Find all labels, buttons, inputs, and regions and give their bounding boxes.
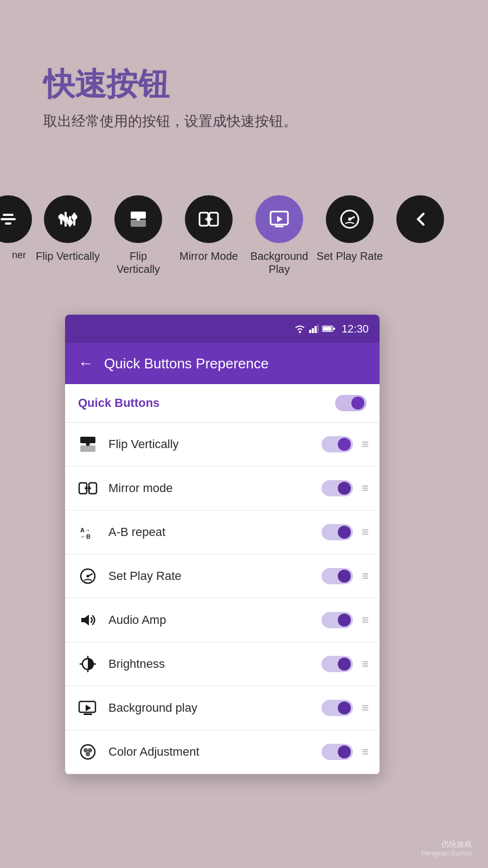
toggle-thumb-ab [338, 526, 351, 539]
brightness-label: Brightness [108, 657, 313, 671]
icon-item-partial[interactable]: ner [5, 195, 33, 261]
ab-repeat-controls: ≡ [322, 524, 369, 540]
quick-buttons-label: Quick Buttons [78, 396, 159, 410]
watermark: 仍玩游戏 Hengwan Games [421, 840, 472, 857]
status-time: 12:30 [342, 323, 369, 335]
icon-label-mirror-mode: Mirror Mode [179, 250, 238, 263]
background-play-controls: ≡ [322, 700, 369, 716]
toggle-thumb-quick-buttons [351, 397, 364, 410]
app-header-title: Quick Buttons Preperence [104, 355, 269, 372]
list-item-ab-repeat[interactable]: A→ ←B A-B repeat ≡ [65, 510, 380, 554]
title-chinese: 快速按钮 [43, 65, 297, 103]
flip-vertically-toggle[interactable] [322, 436, 353, 452]
background-play-label: Background play [108, 701, 313, 715]
icon-item-back[interactable] [385, 195, 455, 250]
set-play-rate-toggle[interactable] [322, 568, 353, 584]
svg-rect-2 [5, 222, 11, 225]
toggle-thumb-color [338, 745, 351, 758]
svg-rect-22 [312, 328, 314, 333]
settings-list: Flip Vertically ≡ Mirror mode [65, 423, 380, 774]
quick-buttons-toggle[interactable] [335, 395, 367, 411]
ab-repeat-drag[interactable]: ≡ [362, 525, 369, 539]
list-item-mirror-mode[interactable]: Mirror mode ≡ [65, 467, 380, 510]
icon-circle-background-play [255, 195, 303, 243]
list-item-flip-vertically[interactable]: Flip Vertically ≡ [65, 423, 380, 467]
svg-rect-1 [3, 214, 14, 216]
audio-amp-controls: ≡ [322, 612, 369, 628]
icon-circle-back [396, 195, 444, 243]
list-item-brightness[interactable]: Brightness ≡ [65, 642, 380, 686]
svg-rect-26 [323, 327, 331, 331]
list-item-audio-amp[interactable]: Audio Amp ≡ [65, 598, 380, 642]
wifi-icon [294, 324, 306, 333]
mirror-mode-toggle[interactable] [322, 480, 353, 496]
svg-rect-24 [317, 324, 319, 333]
icon-item-equalizer[interactable]: Flip Vertically [33, 195, 103, 263]
title-subtitle: 取出经常使用的按钮，设置成快速按钮。 [43, 112, 297, 131]
svg-text:←B: ←B [80, 533, 91, 540]
ab-repeat-icon: A→ ←B [76, 520, 100, 544]
color-adjustment-drag[interactable]: ≡ [362, 745, 369, 759]
icon-label-equalizer: Flip Vertically [36, 250, 100, 263]
brightness-controls: ≡ [322, 656, 369, 672]
icon-circle-mirror-mode [185, 195, 233, 243]
audio-amp-label: Audio Amp [108, 613, 313, 627]
title-section: 快速按钮 取出经常使用的按钮，设置成快速按钮。 [43, 65, 297, 131]
svg-point-19 [348, 218, 351, 221]
icon-circle-flip-vertically [114, 195, 162, 243]
icon-circle-set-play-rate [326, 195, 374, 243]
svg-point-10 [67, 220, 73, 225]
brightness-drag[interactable]: ≡ [362, 657, 369, 671]
status-icons: 12:30 [294, 323, 369, 335]
icons-row: ner Flip Vertically [0, 195, 488, 276]
toggle-thumb-audio [338, 614, 351, 627]
flip-vertically-controls: ≡ [322, 436, 369, 452]
list-item-color-adjustment[interactable]: Color Adjustment ≡ [65, 730, 380, 774]
mirror-mode-drag[interactable]: ≡ [362, 481, 369, 495]
status-bar: 12:30 [65, 315, 380, 343]
toggle-thumb-flip [338, 438, 351, 451]
icon-item-set-play-rate[interactable]: Set Play Rate [314, 195, 385, 263]
background-play-toggle[interactable] [322, 700, 353, 716]
flip-vertically-icon [76, 432, 100, 456]
battery-icon [322, 325, 335, 333]
icon-label-partial: ner [12, 250, 26, 261]
ab-repeat-toggle[interactable] [322, 524, 353, 540]
toggle-thumb-bgplay [338, 701, 351, 714]
background-play-drag[interactable]: ≡ [362, 701, 369, 715]
audio-amp-icon [76, 608, 100, 632]
phone-mockup: 12:30 ← Quick Buttons Preperence Quick B… [65, 315, 380, 774]
icon-label-flip-vertically: FlipVertically [117, 250, 160, 276]
svg-rect-17 [275, 226, 284, 227]
mirror-mode-controls: ≡ [322, 480, 369, 496]
audio-amp-drag[interactable]: ≡ [362, 613, 369, 627]
icon-item-flip-vertically[interactable]: FlipVertically [103, 195, 174, 276]
mirror-mode-icon [76, 476, 100, 500]
icon-item-mirror-mode[interactable]: Mirror Mode [174, 195, 244, 263]
app-header: ← Quick Buttons Preperence [65, 343, 380, 384]
icon-item-background-play[interactable]: BackgroundPlay [244, 195, 314, 276]
icon-label-background-play: BackgroundPlay [251, 250, 309, 276]
svg-point-35 [87, 575, 89, 578]
back-button[interactable]: ← [78, 355, 93, 372]
svg-point-11 [72, 214, 77, 220]
list-item-set-play-rate[interactable]: Set Play Rate ≡ [65, 554, 380, 598]
toggle-thumb-brightness [338, 658, 351, 671]
color-adjustment-toggle[interactable] [322, 744, 353, 760]
svg-rect-27 [333, 328, 335, 330]
mirror-mode-label: Mirror mode [108, 481, 313, 495]
brightness-toggle[interactable] [322, 656, 353, 672]
svg-rect-0 [1, 218, 16, 220]
color-adjustment-label: Color Adjustment [108, 745, 313, 759]
icon-circle-partial [0, 195, 32, 243]
svg-point-20 [299, 331, 301, 333]
flip-vertically-drag[interactable]: ≡ [362, 437, 369, 451]
ab-repeat-label: A-B repeat [108, 525, 313, 539]
list-item-background-play[interactable]: Background play ≡ [65, 686, 380, 730]
audio-amp-toggle[interactable] [322, 612, 353, 628]
svg-rect-21 [309, 330, 311, 333]
svg-rect-23 [314, 326, 317, 333]
background-play-icon [76, 696, 100, 720]
set-play-rate-drag[interactable]: ≡ [362, 569, 369, 583]
flip-vertically-label: Flip Vertically [108, 437, 313, 451]
